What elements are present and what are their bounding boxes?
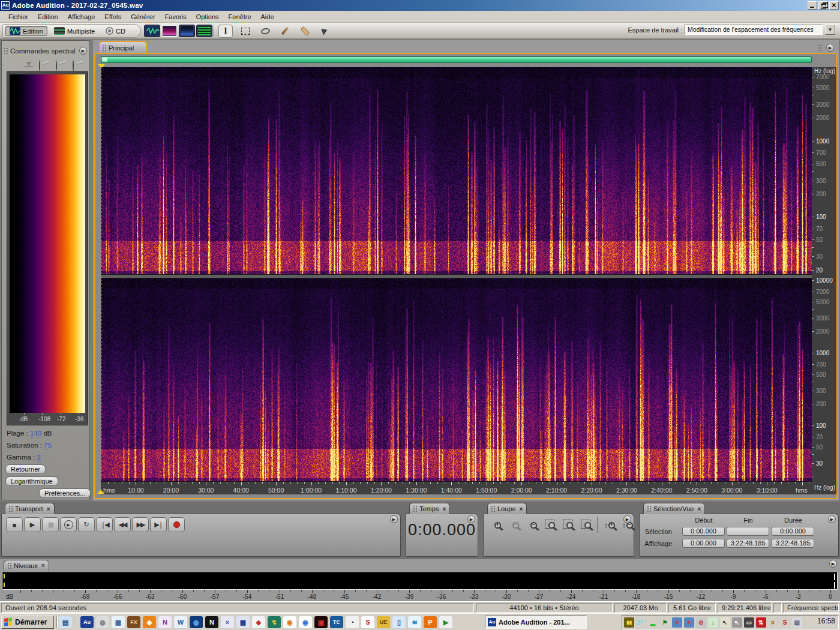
network-offline-icon[interactable]: ×: [672, 617, 682, 628]
time-selection-tool[interactable]: I: [218, 25, 233, 38]
flag-icon[interactable]: ⚑: [660, 617, 670, 628]
zoom-out-full-button[interactable]: −: [526, 518, 541, 532]
marquee-selection-tool[interactable]: [238, 25, 253, 38]
battery-icon[interactable]: ▭: [744, 617, 754, 628]
grid-tool-icon[interactable]: ▦: [236, 616, 250, 628]
update-icon[interactable]: ↓: [708, 617, 718, 628]
selection-view-tab[interactable]: Sélection/Vue ×: [643, 503, 705, 514]
playhead-line[interactable]: [101, 67, 101, 481]
time-tab[interactable]: Temps ×: [409, 503, 450, 514]
audition-icon[interactable]: Au: [80, 616, 94, 628]
level-meter[interactable]: [2, 572, 838, 590]
sync-icon[interactable]: ⇅: [756, 617, 766, 628]
menu-gnrer[interactable]: Générer: [126, 12, 160, 22]
spectral-pan-view-button[interactable]: [179, 25, 195, 37]
effects-brush-tool[interactable]: [278, 25, 292, 38]
panel-menu-button[interactable]: ▶: [79, 47, 87, 55]
close-button[interactable]: [829, 1, 839, 10]
minimize-button[interactable]: [808, 1, 817, 10]
documents-icon[interactable]: ▤: [792, 617, 802, 628]
selection-close-icon[interactable]: ×: [697, 506, 701, 512]
playhead-bottom-marker[interactable]: [97, 490, 104, 494]
spectrogram-left-channel[interactable]: [101, 67, 812, 274]
gamma-value[interactable]: 2: [37, 454, 41, 461]
transport-tab[interactable]: Transport ×: [5, 503, 55, 514]
start-button[interactable]: Démarrer: [1, 616, 54, 629]
levels-tab[interactable]: Niveaux ×: [4, 560, 49, 571]
plage-value[interactable]: 140: [30, 430, 41, 437]
rewind-button[interactable]: ◀◀: [114, 517, 131, 532]
levels-close-icon[interactable]: ×: [41, 562, 45, 569]
selection-menu-button[interactable]: ▶: [828, 515, 836, 523]
n-black-app-icon[interactable]: N: [205, 616, 218, 628]
mouse-icon[interactable]: ¤: [768, 617, 778, 628]
planet-icon[interactable]: ◍: [190, 616, 203, 628]
brush-select-icon[interactable]: [39, 61, 50, 68]
compass-icon[interactable]: ◔: [346, 616, 359, 628]
tag-icon[interactable]: ◈: [252, 616, 265, 628]
selection-field-0-2[interactable]: 0:00.000: [772, 527, 814, 536]
levels-menu-button[interactable]: ▶: [829, 560, 837, 568]
time-menu-button[interactable]: ▶: [467, 515, 475, 523]
media-player-icon[interactable]: ▶: [439, 616, 452, 628]
cd-blocked-icon[interactable]: ⊘: [696, 617, 706, 628]
computer-icon[interactable]: ▯: [392, 616, 406, 628]
time-close-icon[interactable]: ×: [442, 506, 446, 512]
lasso-selection-tool[interactable]: [258, 25, 272, 38]
brush-deselect-icon[interactable]: [56, 61, 67, 68]
cursor-icon[interactable]: ↖: [732, 617, 742, 628]
waveform-view-button[interactable]: [144, 25, 160, 37]
workspace-dropdown-arrow[interactable]: ▼: [825, 25, 835, 35]
taskbar-task-audition[interactable]: Au Adobe Audition - 201...: [485, 616, 587, 629]
fast-forward-button[interactable]: ▶▶: [132, 517, 149, 532]
tc-app-icon[interactable]: TC: [330, 616, 343, 628]
horizontal-scrollbar[interactable]: [101, 56, 812, 63]
menu-favoris[interactable]: Favoris: [160, 12, 191, 22]
zoom-tab[interactable]: Loupe ×: [487, 503, 527, 514]
record-button[interactable]: [168, 517, 185, 532]
workspace-select[interactable]: Modification de l'espacement des fréquen…: [685, 25, 823, 35]
phase-view-button[interactable]: [196, 25, 212, 37]
scrub-tool[interactable]: [317, 25, 332, 38]
calculator-icon[interactable]: ▦: [112, 616, 125, 628]
gradient-brush-icon[interactable]: [73, 61, 83, 68]
doc-panel-menu-button[interactable]: ▶: [826, 44, 834, 52]
menu-options[interactable]: Options: [191, 12, 224, 22]
document-tab-principal[interactable]: Principal: [99, 41, 147, 54]
s-utility-icon[interactable]: S: [780, 617, 790, 628]
panel-grip[interactable]: [4, 47, 8, 55]
pause-indicator-icon[interactable]: ▮▮: [624, 617, 634, 628]
spectral-view-button[interactable]: [161, 25, 178, 37]
time-ruler[interactable]: 10:0020:0030:0040:0050:001:00:001:10:001…: [101, 481, 812, 494]
go-to-start-button[interactable]: ❘◀: [96, 517, 113, 532]
word-icon[interactable]: W: [174, 616, 187, 628]
pointer-device-icon[interactable]: ↖: [720, 617, 730, 628]
logarithmic-button[interactable]: Logarithmique: [5, 476, 58, 486]
preferences-button[interactable]: Préférences...: [39, 488, 91, 498]
pdf-icon[interactable]: P: [424, 616, 437, 628]
play-from-cursor-button[interactable]: ▶: [60, 517, 77, 532]
spot-healing-tool[interactable]: [298, 25, 312, 38]
stop-button[interactable]: ■: [6, 517, 23, 532]
zoom-selection-left-button[interactable]: [562, 518, 577, 532]
show-desktop-icon[interactable]: ▤: [59, 616, 72, 628]
play-button[interactable]: ▶: [24, 517, 41, 532]
menu-edition[interactable]: Edition: [33, 12, 63, 22]
pause-button[interactable]: ▮▮: [42, 517, 59, 532]
transport-close-icon[interactable]: ×: [47, 506, 50, 512]
spectrogram-area[interactable]: [101, 67, 812, 481]
selection-field-1-2[interactable]: 3:22:48.185: [772, 539, 814, 548]
zoom-close-icon[interactable]: ×: [520, 506, 523, 512]
saturation-value[interactable]: 75: [44, 442, 52, 449]
restore-button[interactable]: [818, 1, 828, 10]
spectrogram-right-channel[interactable]: [101, 278, 812, 481]
swoosh-app-icon[interactable]: ≋: [408, 616, 421, 628]
menu-fichier[interactable]: Fichier: [4, 12, 33, 22]
network-offline-2-icon[interactable]: ×: [684, 617, 694, 628]
mode-button-cd[interactable]: CD: [101, 26, 130, 36]
spectral-colormap-gradient[interactable]: [10, 74, 85, 413]
menu-fentre[interactable]: Fenêtre: [224, 12, 256, 22]
menu-effets[interactable]: Effets: [100, 12, 126, 22]
channel-divider[interactable]: [101, 274, 812, 278]
selection-field-0-1[interactable]: [727, 527, 769, 536]
